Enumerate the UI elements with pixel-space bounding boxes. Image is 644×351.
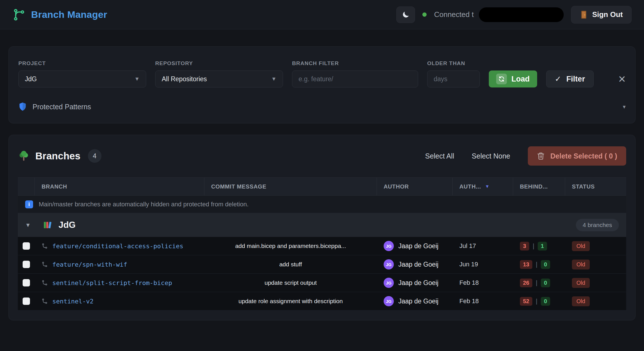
branches-panel: Branches 4 Select All Select None Delete…	[8, 135, 636, 320]
repository-label: REPOSITORY	[155, 60, 283, 67]
project-select-value: JdG	[25, 75, 37, 83]
authored-date: Feb 18	[453, 274, 513, 292]
protected-patterns-label: Protected Patterns	[33, 103, 91, 111]
sign-out-label: Sign Out	[592, 10, 623, 19]
repository-select-value: All Repositories	[162, 75, 207, 83]
commit-message: add stuff	[204, 255, 377, 273]
behind-count-badge: 13	[520, 260, 532, 269]
info-banner: i Main/master branches are automatically…	[18, 196, 626, 213]
older-than-input[interactable]	[427, 70, 480, 87]
ahead-count-badge: 0	[541, 297, 550, 306]
chevron-down-icon: ▼	[25, 222, 36, 228]
moon-icon	[401, 10, 410, 19]
column-header-authored[interactable]: AUTH... ▼	[453, 178, 513, 195]
authored-date: Jun 19	[453, 255, 513, 273]
branch-link[interactable]: sentinel-v2	[52, 298, 94, 305]
branches-table: BRANCH COMMIT MESSAGE AUTHOR AUTH... ▼ B…	[18, 177, 626, 311]
table-row: sentinel-v2 update role assignment with …	[18, 292, 626, 311]
delete-selected-button[interactable]: Delete Selected ( 0 )	[528, 146, 626, 166]
status-badge: Old	[572, 260, 590, 269]
author-avatar: JG	[384, 241, 394, 251]
table-row: feature/spn-with-wif add stuff JG Jaap d…	[18, 255, 626, 274]
protected-patterns-toggle[interactable]: Protected Patterns ▾	[18, 102, 626, 111]
git-branch-icon	[42, 280, 48, 286]
tree-icon	[18, 150, 30, 162]
chevron-down-icon: ▾	[623, 103, 626, 110]
branches-title: Branches	[35, 150, 81, 162]
sign-out-button[interactable]: Sign Out	[571, 6, 632, 23]
connection-status-text: Connected t	[434, 10, 474, 19]
chevron-down-icon: ▼	[134, 76, 140, 82]
connection-status-dot	[422, 12, 427, 17]
badge-separator: |	[533, 242, 534, 250]
author-name: Jaap de Goeij	[398, 298, 438, 305]
git-branch-icon	[42, 261, 48, 267]
commit-message: add main.bicep and parameters.biceppa...	[204, 237, 377, 255]
door-icon	[580, 10, 588, 19]
commit-message: update role assignment with description	[204, 292, 377, 310]
app-title: Branch Manager	[31, 9, 107, 20]
load-button[interactable]: Load	[489, 70, 537, 87]
branch-filter-input[interactable]	[292, 70, 418, 87]
filter-label: Filter	[566, 75, 585, 84]
select-all-button[interactable]: Select All	[425, 152, 454, 160]
ahead-count-badge: 0	[541, 279, 550, 287]
sort-desc-icon: ▼	[485, 184, 489, 189]
branch-link[interactable]: sentinel/split-script-from-bicep	[52, 279, 172, 286]
branch-link[interactable]: feature/conditional-access-policies	[52, 243, 183, 250]
row-checkbox[interactable]	[23, 242, 30, 250]
info-message: Main/master branches are automatically h…	[39, 201, 248, 208]
filter-button[interactable]: ✓ Filter	[546, 70, 594, 87]
status-badge: Old	[572, 278, 590, 288]
row-checkbox[interactable]	[23, 298, 30, 305]
author-name: Jaap de Goeij	[398, 242, 438, 250]
project-select[interactable]: JdG ▼	[18, 70, 146, 87]
filter-panel: PROJECT JdG ▼ REPOSITORY All Repositorie…	[8, 46, 636, 123]
authored-date: Feb 18	[453, 292, 513, 310]
checkbox-column-header	[18, 178, 35, 195]
older-than-label: OLDER THAN	[427, 60, 480, 67]
info-icon: i	[25, 200, 33, 208]
table-row: sentinel/split-script-from-bicep update …	[18, 274, 626, 292]
behind-count-badge: 3	[520, 242, 529, 251]
project-group-name: JdG	[59, 220, 75, 230]
ahead-count-badge: 1	[538, 242, 547, 251]
repository-select[interactable]: All Repositories ▼	[155, 70, 283, 87]
check-icon: ✓	[555, 74, 561, 84]
author-name: Jaap de Goeij	[398, 261, 438, 268]
table-body: feature/conditional-access-policies add …	[18, 237, 626, 311]
column-header-commit-message: COMMIT MESSAGE	[204, 178, 377, 195]
ahead-count-badge: 0	[541, 260, 550, 269]
project-group-count-badge: 4 branches	[576, 219, 619, 231]
badge-separator: |	[536, 261, 537, 268]
branch-logo-icon	[12, 8, 25, 21]
delete-selected-label: Delete Selected ( 0 )	[550, 152, 617, 160]
commit-message: update script output	[204, 274, 377, 292]
close-icon[interactable]: ×	[618, 73, 626, 87]
git-branch-icon	[42, 243, 48, 249]
refresh-icon	[496, 74, 507, 84]
row-checkbox[interactable]	[23, 279, 30, 286]
badge-separator: |	[536, 298, 537, 305]
trash-icon	[537, 152, 545, 160]
behind-count-badge: 52	[520, 297, 532, 306]
redacted-connection-target	[479, 7, 564, 22]
branch-link[interactable]: feature/spn-with-wif	[52, 261, 127, 268]
author-avatar: JG	[384, 278, 394, 288]
shield-icon	[18, 102, 27, 111]
badge-separator: |	[536, 279, 537, 286]
project-group-row[interactable]: ▼ JdG 4 branches	[18, 213, 626, 237]
column-header-author: AUTHOR	[377, 178, 453, 195]
table-row: feature/conditional-access-policies add …	[18, 237, 626, 255]
authored-date: Jul 17	[453, 237, 513, 255]
column-header-behind: BEHIND...	[513, 178, 565, 195]
theme-toggle-button[interactable]	[396, 7, 415, 23]
behind-count-badge: 26	[520, 279, 532, 287]
branch-filter-label: BRANCH FILTER	[292, 60, 418, 67]
git-branch-icon	[42, 298, 48, 304]
status-badge: Old	[572, 296, 590, 306]
project-label: PROJECT	[18, 60, 146, 67]
row-checkbox[interactable]	[23, 261, 30, 268]
branches-count-badge: 4	[88, 149, 101, 163]
select-none-button[interactable]: Select None	[472, 152, 510, 160]
